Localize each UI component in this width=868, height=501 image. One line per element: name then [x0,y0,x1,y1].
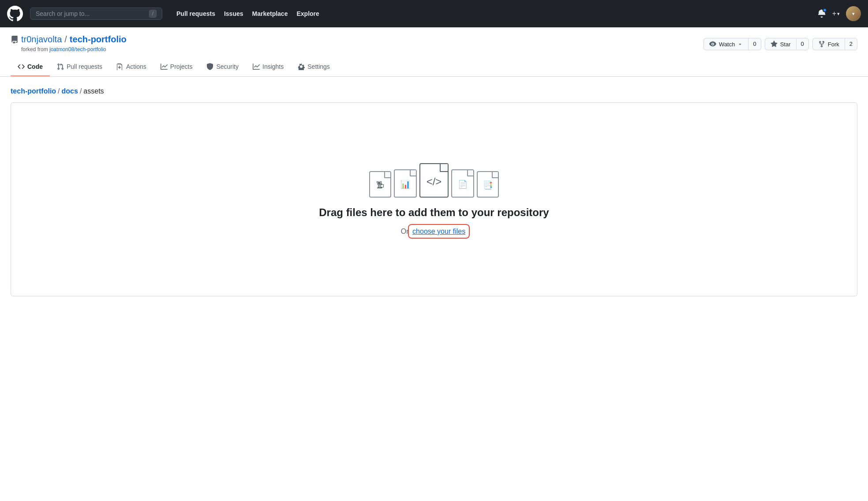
watch-button-group: Watch 0 [703,38,761,50]
star-count[interactable]: 0 [796,38,809,50]
eye-icon [709,41,716,48]
drop-icons: 🗜 📊 </> 📄 📑 [369,163,499,198]
plus-button[interactable]: +▾ [832,10,840,18]
fork-source[interactable]: joatmon08/tech-portfolio [49,46,106,52]
star-button[interactable]: Star [765,38,796,50]
archive-icon: 🗜 [369,171,391,198]
breadcrumb-sep2: / [80,87,82,95]
content: tech-portfolio / docs / assets 🗜 📊 </> [0,77,868,307]
notification-dot [823,8,827,12]
fork-button-group: Fork 2 [812,38,857,50]
star-label: Star [780,41,791,48]
tab-insights-label: Insights [262,63,284,70]
nav-explore[interactable]: Explore [293,7,322,20]
drop-subtitle: Or choose your files [401,228,467,236]
breadcrumb-sep1: / [58,87,60,95]
repo-owner[interactable]: tr0njavolta [21,34,62,45]
chart-icon: 📊 [394,169,417,198]
choose-files-link[interactable]: choose your files [411,227,467,236]
actions-icon [116,63,123,70]
notification-button[interactable] [817,9,826,19]
topnav-links: Pull requests Issues Marketplace Explore [173,7,323,20]
github-logo[interactable] [7,6,23,22]
fork-button[interactable]: Fork [812,38,845,50]
nav-issues[interactable]: Issues [221,7,247,20]
watch-button[interactable]: Watch [703,38,748,50]
topnav: Search or jump to... / Pull requests Iss… [0,0,868,27]
settings-icon [298,63,305,70]
tab-code-label: Code [27,63,43,70]
tab-security[interactable]: Security [199,58,246,76]
watch-label: Watch [719,41,735,48]
avatar[interactable]: ▾ [846,6,861,21]
repo-header-left: tr0njavolta / tech-portfolio forked from… [11,34,703,58]
repo-sep: / [64,34,67,45]
search-placeholder: Search or jump to... [36,10,90,17]
search-kbd: / [149,10,157,18]
repo-title-row: tr0njavolta / tech-portfolio [11,34,703,45]
insights-icon [253,63,260,70]
watch-count[interactable]: 0 [748,38,761,50]
repo-name[interactable]: tech-portfolio [70,34,127,45]
breadcrumb-current: assets [83,87,104,95]
security-icon [206,63,213,70]
tab-code[interactable]: Code [11,58,50,76]
fork-icon [818,41,825,48]
drop-zone[interactable]: 🗜 📊 </> 📄 📑 Drag files here [11,102,857,296]
drop-title: Drag files here to add them to your repo… [319,206,549,219]
chevron-down-icon [737,41,743,47]
tab-insights[interactable]: Insights [246,58,291,76]
repo-header: tr0njavolta / tech-portfolio forked from… [0,27,868,77]
search-box[interactable]: Search or jump to... / [30,7,162,20]
nav-marketplace[interactable]: Marketplace [249,7,292,20]
tab-projects-label: Projects [170,63,193,70]
repo-tabs: Code Pull requests Actions Projects Secu… [11,58,857,76]
tab-actions-label: Actions [126,63,146,70]
text-file-icon: 📄 [451,169,474,198]
star-button-group: Star 0 [765,38,809,50]
topnav-right: +▾ ▾ [817,6,861,21]
tab-security-label: Security [216,63,239,70]
fork-label: Fork [828,41,839,48]
tab-pull-requests[interactable]: Pull requests [50,58,109,76]
fork-prefix: forked from [21,46,48,52]
pdf-icon: 📑 [477,171,499,198]
repo-action-buttons: Watch 0 Star 0 Fork 2 [703,34,857,50]
breadcrumb-part1[interactable]: docs [62,87,78,95]
tab-settings-label: Settings [307,63,330,70]
repo-header-top: tr0njavolta / tech-portfolio forked from… [11,34,857,58]
projects-icon [161,63,168,70]
breadcrumb-root[interactable]: tech-portfolio [11,87,56,95]
pull-request-icon [57,63,64,70]
fork-count[interactable]: 2 [845,38,857,50]
tab-actions[interactable]: Actions [109,58,153,76]
breadcrumb: tech-portfolio / docs / assets [11,87,857,95]
repo-fork-info: forked from joatmon08/tech-portfolio [11,46,703,52]
nav-pull-requests[interactable]: Pull requests [173,7,219,20]
tab-pull-requests-label: Pull requests [67,63,102,70]
repo-icon [11,36,19,44]
code-file-icon: </> [419,163,449,198]
tab-settings[interactable]: Settings [291,58,337,76]
tab-projects[interactable]: Projects [153,58,200,76]
code-icon [18,63,25,70]
drop-or-text: Or [401,228,409,235]
star-icon [771,41,778,48]
